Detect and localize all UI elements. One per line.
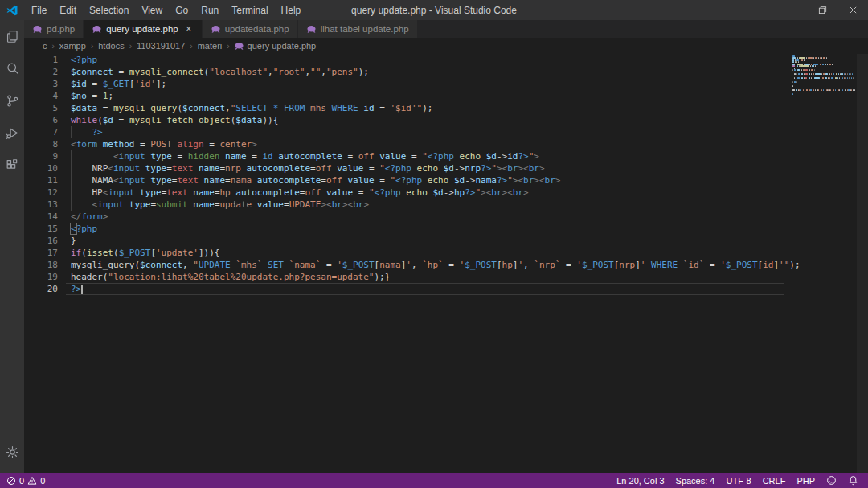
- code-token: $no: [71, 91, 87, 101]
- activity-item-source-control[interactable]: [0, 84, 24, 117]
- tab-query-update-php[interactable]: query update.php×: [84, 20, 203, 38]
- minimize-button[interactable]: [776, 0, 807, 20]
- minimap-token: [838, 73, 839, 75]
- code-line[interactable]: 7 ?>: [24, 126, 857, 138]
- minimap-token: [804, 80, 805, 81]
- minimap-token: [814, 77, 820, 79]
- code-editor[interactable]: 1<?php2$connect = mysqli_connect("localh…: [24, 54, 868, 473]
- minimap-token: [811, 64, 812, 65]
- tab-pd-php[interactable]: pd.php: [24, 20, 84, 38]
- status-cursor-position[interactable]: Ln 20, Col 3: [616, 476, 664, 486]
- close-button[interactable]: [837, 0, 868, 20]
- breadcrumb-segment[interactable]: htdocs: [97, 41, 125, 51]
- code-token: name: [188, 187, 215, 198]
- code-line[interactable]: 18mysqli_query($connect, "UPDATE `mhs` S…: [24, 259, 857, 271]
- code-line[interactable]: 4$no = 1;: [24, 90, 857, 102]
- code-token: <?php: [71, 55, 97, 65]
- activity-item-extensions[interactable]: [0, 149, 24, 181]
- minimap-token: [799, 72, 801, 73]
- editor-scrollbar[interactable]: [857, 54, 868, 473]
- menu-item-run[interactable]: Run: [194, 0, 225, 20]
- code-line[interactable]: 5$data = mysqli_query($connect,"SELECT *…: [24, 102, 857, 114]
- code-line[interactable]: 12 HP<input type=text name=hp autocomple…: [24, 187, 857, 199]
- code-token: >: [539, 163, 545, 174]
- minimap-token: [825, 72, 825, 73]
- indent-guide-icon: [71, 162, 72, 174]
- code-line[interactable]: 9 <input type = hidden name = id autocom…: [24, 150, 857, 162]
- code-token: value: [252, 199, 284, 210]
- breadcrumb-file[interactable]: query update.php: [234, 41, 317, 51]
- minimap-token: [850, 73, 851, 75]
- minimap-token: [805, 88, 809, 89]
- code-line[interactable]: 6while($d = mysqli_fetch_object($data)){: [24, 114, 857, 126]
- minimap[interactable]: [792, 55, 855, 96]
- activity-item-search[interactable]: [0, 52, 24, 84]
- line-content: $connect = mysqli_connect("localhost","r…: [71, 66, 857, 78]
- line-content: $id = $_GET['id'];: [71, 78, 857, 90]
- minimap-token: [835, 77, 837, 79]
- menu-item-help[interactable]: Help: [275, 0, 308, 20]
- menu-item-edit[interactable]: Edit: [53, 0, 83, 20]
- minimap-token: [849, 77, 850, 79]
- line-number: 1: [24, 54, 71, 66]
- status-notifications[interactable]: [848, 475, 858, 486]
- code-line[interactable]: 8<form method = POST align = center>: [24, 138, 857, 150]
- minimap-token: [804, 88, 805, 89]
- code-line[interactable]: 2$connect = mysqli_connect("localhost","…: [24, 66, 857, 78]
- menu-item-selection[interactable]: Selection: [83, 0, 135, 20]
- breadcrumb-segment[interactable]: c: [42, 41, 48, 51]
- code-line[interactable]: 1<?php: [24, 54, 857, 66]
- code-line[interactable]: 13 <input type=submit name=update value=…: [24, 199, 857, 211]
- code-token: =: [379, 103, 390, 113]
- code-token: SET: [268, 260, 284, 270]
- code-line[interactable]: 11 NAMA<input type=text name=nama autoco…: [24, 174, 857, 187]
- minimap-token: [794, 76, 796, 77]
- restore-button[interactable]: [807, 0, 837, 20]
- tab-close-icon[interactable]: ×: [184, 23, 194, 35]
- code-token: br: [353, 199, 363, 210]
- activity-item-run-debug[interactable]: [0, 117, 24, 149]
- status-indentation[interactable]: Spaces: 4: [676, 476, 715, 486]
- minimap-line: [792, 89, 855, 91]
- code-token: off: [326, 175, 342, 186]
- code-token: header(: [71, 272, 108, 282]
- code-line[interactable]: 10 NRP<input type=text name=nrp autocomp…: [24, 162, 857, 174]
- code-token: </: [71, 211, 81, 222]
- status-feedback[interactable]: [826, 475, 837, 486]
- php-file-icon: [32, 24, 43, 35]
- code-line[interactable]: 14</form>: [24, 211, 857, 223]
- code-token: ?php: [76, 223, 98, 234]
- status-errors[interactable]: 0: [6, 476, 24, 486]
- code-token: ];: [156, 79, 166, 89]
- status-warnings[interactable]: 0: [27, 476, 45, 486]
- code-line[interactable]: 19header("location:lihat%20tabel%20updat…: [24, 271, 857, 283]
- minimap-token: [830, 80, 831, 81]
- code-token: ->: [497, 151, 507, 162]
- line-content: <input type = hidden name = id autocompl…: [71, 150, 857, 162]
- code-line[interactable]: 17if(isset($_POST['update'])){: [24, 247, 857, 259]
- activity-item-settings[interactable]: [0, 436, 24, 468]
- tab-lihat-tabel-update-php[interactable]: lihat tabel update.php: [298, 20, 418, 38]
- code-line[interactable]: 16}: [24, 235, 857, 247]
- status-end-of-line[interactable]: CRLF: [763, 476, 786, 486]
- breadcrumb-segment[interactable]: materi: [197, 41, 223, 51]
- code-token: nama: [475, 175, 497, 186]
- menu-item-go[interactable]: Go: [169, 0, 194, 20]
- menu-item-terminal[interactable]: Terminal: [225, 0, 274, 20]
- breadcrumb-segment[interactable]: 1103191017: [136, 41, 186, 51]
- code-line[interactable]: 15<?php: [24, 223, 857, 235]
- status-language-mode[interactable]: PHP: [796, 476, 815, 486]
- tab-updatedata-php[interactable]: updatedata.php: [203, 20, 298, 38]
- code-line[interactable]: 3$id = $_GET['id'];: [24, 78, 857, 90]
- minimap-line: [792, 72, 855, 73]
- status-encoding[interactable]: UTF-8: [726, 476, 751, 486]
- menu-item-view[interactable]: View: [135, 0, 169, 20]
- line-number: 16: [24, 235, 71, 247]
- breadcrumb-segment[interactable]: xampp: [59, 41, 87, 51]
- activity-item-explorer[interactable]: [0, 20, 24, 52]
- menu-item-file[interactable]: File: [25, 0, 53, 20]
- code-line[interactable]: 20?>: [24, 283, 857, 295]
- minimap-token: [845, 73, 846, 75]
- minimap-token: [797, 64, 803, 65]
- code-token: NRP: [71, 163, 108, 174]
